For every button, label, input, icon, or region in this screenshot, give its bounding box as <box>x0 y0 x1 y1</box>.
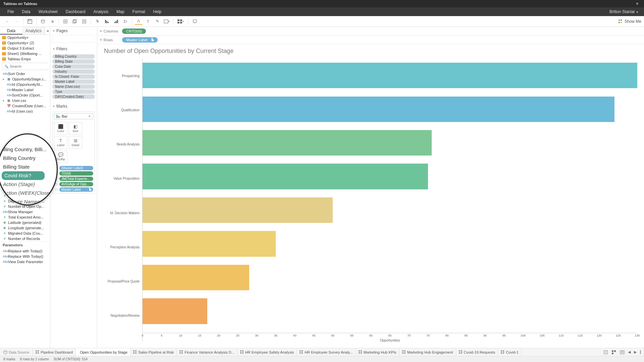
format-icon[interactable]: ✎ <box>153 17 161 25</box>
duplicate-icon[interactable] <box>71 17 79 25</box>
bar-chart[interactable]: ProspectingQualificationNeeds AnalysisVa… <box>104 59 637 342</box>
tabs-menu-icon[interactable] <box>638 350 643 354</box>
tab-data[interactable]: Data <box>0 27 22 35</box>
datasource-item[interactable]: Opportunity+ (2) <box>0 40 50 46</box>
mark-pill[interactable]: JM(Total Expecte... <box>59 177 93 181</box>
mark-type-select[interactable]: Bar▼ <box>54 113 93 119</box>
cards-icon[interactable]: ▾ <box>176 17 186 25</box>
menu-worksheet[interactable]: Worksheet <box>35 9 62 14</box>
mark-color-button[interactable]: ⬛Color <box>54 122 67 135</box>
presentation-icon[interactable] <box>191 17 199 25</box>
bar[interactable] <box>143 164 428 189</box>
filter-pill[interactable]: Type <box>52 89 95 94</box>
filter-pill[interactable]: Cose Date <box>52 64 95 69</box>
rows-shelf[interactable]: ≡Rows Master Label▙ <box>97 36 644 44</box>
sheet-tab[interactable]: Marketing Hub Engagement <box>399 348 456 356</box>
new-sheet-icon[interactable] <box>61 17 69 25</box>
user-menu[interactable]: Britton Staniar▼ <box>609 9 641 14</box>
field-item[interactable]: AbcMaster Label <box>0 87 50 93</box>
pages-shelf-header[interactable]: ▾Pages <box>50 27 97 35</box>
sheet-tab[interactable]: Pipeline Dashboard <box>33 348 76 356</box>
menu-analysis[interactable]: Analysis <box>90 9 113 14</box>
field-item[interactable]: #Number of Records <box>0 236 50 241</box>
parameter-item[interactable]: AbcReplace With Today() <box>0 254 50 259</box>
bar[interactable] <box>143 63 637 88</box>
parameter-item[interactable]: AbcReplace with Today() <box>0 248 50 254</box>
label-icon[interactable]: T <box>144 17 152 25</box>
sheet-tab[interactable]: Open Opportunities by Stage <box>76 348 130 356</box>
bar[interactable] <box>143 130 432 156</box>
tabs-scroll-right-icon[interactable]: ▶ <box>632 350 638 354</box>
filter-pill[interactable]: Master Label <box>52 79 95 84</box>
parameter-item[interactable]: AbcView Date Parameter <box>0 259 50 264</box>
menu-file[interactable]: File <box>3 9 18 14</box>
menu-data[interactable]: Data <box>18 9 34 14</box>
filter-pill[interactable]: Industry <box>52 69 95 74</box>
mark-pill[interactable]: AVG(Age of Opport... <box>59 182 93 186</box>
field-item[interactable]: ▾▦OpportunityStage.c... <box>0 76 50 82</box>
mark-pill[interactable]: TD(Id) <box>59 171 93 176</box>
new-datasource-icon[interactable] <box>39 17 47 25</box>
menu-help[interactable]: Help <box>149 9 166 14</box>
filter-pill[interactable]: Name (User.csv) <box>52 84 95 89</box>
filters-shelf-header[interactable]: ▾Filters <box>50 45 97 53</box>
sheet-tab[interactable]: Finance Variance Analysis D... <box>177 348 237 356</box>
bar[interactable] <box>143 298 207 324</box>
mark-size-button[interactable]: ◧Size <box>69 122 82 135</box>
sheet-tab[interactable]: HR Employee Safety Analysis <box>237 348 297 356</box>
clear-icon[interactable] <box>80 17 88 25</box>
close-icon[interactable]: × <box>634 1 641 6</box>
bar[interactable] <box>143 197 333 223</box>
sheet-tab[interactable]: Marketing Hub KPIs <box>356 348 399 356</box>
bar[interactable] <box>143 265 249 290</box>
sheet-tab[interactable]: Covid-19 Requests <box>456 348 498 356</box>
datasource-item[interactable]: Sheet1 (Wellbeing ... <box>0 51 50 56</box>
field-item[interactable]: 📅CreatedDate (User... <box>0 103 50 109</box>
field-item[interactable]: ▾▦User.csv <box>0 98 50 103</box>
filter-pill[interactable]: DAY(Created Date) <box>52 95 95 99</box>
filter-pill[interactable]: Billing State <box>52 59 95 64</box>
fit-icon[interactable]: ▾ <box>163 17 171 25</box>
search-input[interactable] <box>10 64 50 68</box>
new-dashboard-icon[interactable] <box>610 350 618 354</box>
bar[interactable] <box>143 97 614 122</box>
mark-detail-button[interactable]: ⊞Detail <box>69 136 82 149</box>
mark-label-button[interactable]: TLabel <box>54 136 67 149</box>
menu-map[interactable]: Map <box>112 9 128 14</box>
sort-desc-icon[interactable] <box>112 17 120 25</box>
new-story-icon[interactable] <box>618 350 626 354</box>
datasource-item[interactable]: Tableau Emps <box>0 56 50 62</box>
filter-pill[interactable]: Billing Country <box>52 54 95 59</box>
tab-analytics[interactable]: Analytics <box>22 27 45 35</box>
collapse-pane-icon[interactable]: ◀ <box>45 27 50 35</box>
datasource-item[interactable]: Output 3 Extract <box>0 46 50 51</box>
filter-pill[interactable]: Is Closed: False <box>52 74 95 79</box>
totals-icon[interactable]: Σ▾ <box>121 17 129 25</box>
field-item[interactable]: ⊕Latitude (generated) <box>0 220 50 225</box>
field-item[interactable]: AbcId (OpportunitySt... <box>0 82 50 87</box>
marks-shelf-header[interactable]: ▾Marks <box>50 102 97 110</box>
sort-asc-icon[interactable] <box>103 17 111 25</box>
tabs-scroll-left-icon[interactable]: ◀ <box>626 350 632 354</box>
field-item[interactable]: AbcShow Manager <box>0 209 50 215</box>
mark-pill[interactable]: Master Label▙ <box>59 187 93 192</box>
rows-pill[interactable]: Master Label▙ <box>122 37 158 43</box>
sheet-tab[interactable]: HR Employee Survey Analy... <box>297 348 356 356</box>
save-icon[interactable] <box>26 17 34 25</box>
pause-updates-icon[interactable]: ⏸ <box>48 17 56 25</box>
field-item[interactable]: #Total Expected Amo... <box>0 215 50 220</box>
mark-pill[interactable]: (Master Label) <box>59 166 93 170</box>
new-worksheet-icon[interactable]: + <box>602 350 610 354</box>
field-item[interactable]: #Migrated Data (Cou... <box>0 231 50 236</box>
datasource-item[interactable]: Opportunity+ <box>0 35 50 40</box>
swap-icon[interactable]: ⇅ <box>93 17 101 25</box>
data-source-tab[interactable]: Data Source <box>0 348 33 356</box>
forward-icon[interactable]: → <box>13 17 21 25</box>
columns-pill[interactable]: CNTD(Id) <box>122 28 146 34</box>
field-item[interactable]: AbcId (User.csv) <box>0 109 50 114</box>
search-field[interactable]: 🔍 ▼ <box>2 63 48 70</box>
back-icon[interactable]: ← <box>3 17 11 25</box>
menu-format[interactable]: Format <box>128 9 149 14</box>
show-me-button[interactable]: Show Me <box>618 19 641 24</box>
sheet-tab[interactable]: Sales Pipeline at Risk <box>130 348 177 356</box>
